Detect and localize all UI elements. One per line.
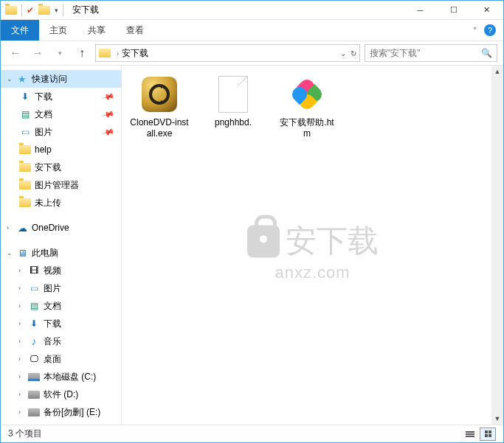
sidebar-pc-downloads[interactable]: ›⬇下载 [1,315,121,332]
chevron-down-icon[interactable]: ⌄ [7,249,15,257]
file-label: 安下载帮助.htm [277,117,337,139]
sidebar-pc-documents[interactable]: ›▤文档 [1,297,121,315]
sidebar-item-picmgr[interactable]: 图片管理器 [1,176,121,194]
sidebar-pc-drive-d[interactable]: ›软件 (D:) [1,386,121,403]
sidebar-item-anxz[interactable]: 安下载 [1,158,121,176]
sidebar-item-label: 桌面 [44,353,61,366]
nav-up-button[interactable]: ↑ [73,44,91,62]
sidebar-item-pictures[interactable]: ▭ 图片 📌 [1,123,121,141]
folder-icon [18,179,32,191]
sidebar-item-label: 下载 [35,91,52,103]
ribbon-expand-icon[interactable]: ˅ [473,27,477,35]
nav-forward-button[interactable]: → [29,44,46,62]
breadcrumb-separator-icon[interactable]: › [114,49,122,57]
view-details-button[interactable] [462,428,478,441]
chevron-down-icon[interactable]: ⌄ [7,75,15,83]
qat-folder-icon[interactable] [38,6,50,15]
drive-icon [27,406,41,418]
qat-dropdown-icon[interactable]: ▾ [55,7,58,14]
pin-icon: 📌 [102,108,116,121]
sidebar-item-label: 图片管理器 [35,179,79,192]
ribbon: 文件 主页 共享 查看 ˅ ? [1,20,503,41]
folder-icon [18,197,32,209]
nav-back-button[interactable]: ← [7,44,24,62]
lock-icon [247,225,280,257]
sidebar-item-label: 此电脑 [32,247,58,259]
pin-icon: 📌 [102,125,116,139]
nav-recent-dropdown[interactable]: ▾ [51,44,69,62]
maximize-button[interactable]: ☐ [437,1,470,20]
sidebar-item-documents[interactable]: ▤ 文档 📌 [1,105,121,123]
sidebar-pc-desktop[interactable]: ›🖵桌面 [1,350,121,368]
folder-icon [18,144,32,156]
sidebar-item-label: 视频 [44,265,61,277]
file-item-blank[interactable]: pnghhbd. [203,74,263,128]
sidebar-item-label: 本地磁盘 (C:) [44,371,96,383]
sidebar-pc-videos[interactable]: ›🎞视频 [1,262,121,279]
close-button[interactable]: ✕ [470,1,503,20]
address-dropdown-icon[interactable]: ⌄ [340,49,346,57]
music-icon: ♪ [27,335,41,347]
drive-icon [27,388,41,400]
ribbon-tab-home[interactable]: 主页 [39,20,77,41]
scrollbar[interactable]: ▲ ▼ [491,66,503,425]
sidebar-item-label: 未上传 [35,197,61,209]
desktop-icon: 🖵 [27,353,41,365]
htm-icon [291,78,323,111]
sidebar-item-downloads[interactable]: ⬇ 下载 📌 [1,88,121,105]
search-input[interactable] [370,48,481,58]
divider [21,4,22,16]
refresh-icon[interactable]: ↻ [351,49,356,57]
sidebar-item-label: help [35,144,52,155]
breadcrumb-segment[interactable]: 安下载 [122,47,148,60]
divider [63,4,63,16]
minimize-button[interactable]: ─ [404,1,437,20]
sidebar-item-help[interactable]: help [1,141,121,158]
sidebar-pc-drive-c[interactable]: ›本地磁盘 (C:) [1,368,121,386]
window-title: 安下载 [68,4,99,16]
ribbon-tab-view[interactable]: 查看 [116,20,154,41]
sidebar-onedrive[interactable]: › ☁ OneDrive [1,219,121,237]
ribbon-tab-file[interactable]: 文件 [1,20,39,41]
qat-checkmark-icon[interactable]: ✔ [27,5,34,15]
scroll-down-icon[interactable]: ▼ [491,413,503,425]
help-icon[interactable]: ? [484,24,496,36]
address-bar[interactable]: › 安下载 ⌄ ↻ [95,44,360,62]
sidebar-item-label: 快速访问 [32,73,67,86]
sidebar-item-notuploaded[interactable]: 未上传 [1,194,121,212]
search-icon[interactable]: 🔍 [481,48,492,58]
sidebar-this-pc[interactable]: ⌄ 🖥 此电脑 [1,244,121,262]
sidebar-item-label: 备份[勿删] (E:) [44,406,100,419]
view-icons-button[interactable] [480,428,496,441]
sidebar-quick-access[interactable]: ⌄ ★ 快速访问 [1,70,121,88]
file-item-htm[interactable]: 安下载帮助.htm [277,74,337,139]
file-label: pnghhbd. [215,117,252,128]
chevron-right-icon[interactable]: › [7,224,15,231]
sidebar-pc-music[interactable]: ›♪音乐 [1,332,121,350]
scroll-up-icon[interactable]: ▲ [491,66,503,77]
sidebar[interactable]: ⌄ ★ 快速访问 ⬇ 下载 📌 ▤ 文档 📌 ▭ 图片 📌 help 安下载 [1,66,122,425]
sidebar-item-label: 图片 [44,282,61,295]
file-label: CloneDVD-install.exe [129,117,190,139]
ribbon-tab-share[interactable]: 共享 [77,20,116,41]
sidebar-item-label: 图片 [35,126,52,139]
download-icon: ⬇ [18,91,32,102]
download-icon: ⬇ [27,318,41,329]
app-icon [5,6,17,15]
file-item-exe[interactable]: CloneDVD-install.exe [129,74,190,139]
document-icon: ▤ [18,108,32,120]
sidebar-item-label: 软件 (D:) [44,388,78,401]
blank-file-icon [218,76,248,113]
sidebar-item-label: 文档 [44,300,61,313]
cloud-icon: ☁ [15,222,29,234]
files-area[interactable]: CloneDVD-install.exe pnghhbd. 安下载帮助.htm … [122,66,503,425]
sidebar-item-label: 文档 [35,108,52,121]
document-icon: ▤ [27,300,41,312]
status-text: 3 个项目 [8,428,42,440]
sidebar-pc-pictures[interactable]: ›▭图片 [1,279,121,297]
search-box[interactable]: 🔍 [365,44,497,62]
sidebar-pc-drive-e[interactable]: ›备份[勿删] (E:) [1,403,121,421]
watermark: 安下载 anxz.com [247,220,379,282]
address-folder-icon [99,49,111,57]
sidebar-item-label: 音乐 [44,335,61,348]
